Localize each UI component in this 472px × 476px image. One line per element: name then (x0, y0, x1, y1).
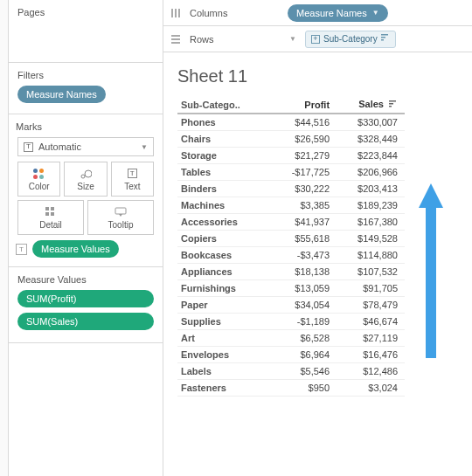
cell-sales: $223,844 (337, 147, 405, 163)
cell-profit: $6,528 (271, 329, 337, 346)
svg-rect-11 (171, 38, 180, 40)
cell-profit: $6,964 (271, 346, 337, 362)
cell-profit: -$3,473 (271, 246, 337, 263)
svg-rect-18 (389, 106, 392, 107)
table-row[interactable]: Tables-$17,725$206,966 (177, 163, 405, 180)
mark-tooltip-button[interactable]: Tooltip (87, 200, 154, 235)
filter-pill-measure-names[interactable]: Measure Names (17, 86, 106, 103)
mv-pill-profit[interactable]: SUM(Profit) (17, 290, 154, 307)
cell-sub-category: Bookcases (177, 246, 271, 263)
table-row[interactable]: Appliances$18,138$107,532 (177, 263, 405, 279)
table-row[interactable]: Supplies-$1,189$46,674 (177, 313, 405, 329)
header-sales[interactable]: Sales (337, 97, 405, 114)
cell-sub-category: Labels (177, 362, 271, 379)
table-row[interactable]: Art$6,528$27,119 (177, 329, 405, 346)
pages-card[interactable]: Pages (9, 0, 163, 63)
chevron-down-icon[interactable]: ▼ (288, 35, 298, 43)
cell-profit: $44,516 (271, 114, 337, 130)
mark-color-label: Color (29, 182, 50, 191)
svg-marker-19 (419, 183, 443, 358)
table-row[interactable]: Chairs$26,590$328,449 (177, 130, 405, 147)
table-row[interactable]: Paper$34,054$78,479 (177, 296, 405, 313)
table-row[interactable]: Binders$30,222$203,413 (177, 180, 405, 197)
table-row[interactable]: Machines$3,385$189,239 (177, 197, 405, 213)
mark-detail-label: Detail (39, 220, 62, 230)
cell-sales: $91,705 (337, 279, 405, 296)
columns-pill-label: Measure Names (296, 8, 367, 18)
mv-pill-sales-label: SUM(Sales) (26, 316, 78, 327)
mark-size-label: Size (77, 182, 94, 191)
cell-sales: $328,449 (337, 130, 405, 147)
table-row[interactable]: Storage$21,279$223,844 (177, 147, 405, 163)
detail-icon (45, 206, 56, 218)
cell-sub-category: Storage (177, 147, 271, 163)
measure-values-pill[interactable]: Measure Values (32, 240, 119, 258)
svg-rect-14 (381, 37, 385, 38)
cell-sales: $46,674 (337, 313, 405, 329)
mark-color-button[interactable]: Color (17, 162, 60, 197)
table-row[interactable]: Copiers$55,618$149,528 (177, 230, 405, 246)
svg-rect-13 (381, 34, 388, 36)
cell-profit: $26,590 (271, 130, 337, 147)
cell-profit: $21,279 (271, 147, 337, 163)
columns-icon (169, 8, 183, 18)
cell-profit: $55,618 (271, 230, 337, 246)
cell-sub-category: Art (177, 329, 271, 346)
table-row[interactable]: Fasteners$950$3,024 (177, 379, 405, 396)
mv-pill-sales[interactable]: SUM(Sales) (17, 313, 154, 330)
cell-profit: $41,937 (271, 213, 337, 230)
mark-detail-button[interactable]: Detail (17, 200, 84, 235)
table-row[interactable]: Bookcases-$3,473$114,880 (177, 246, 405, 263)
rows-field-label: Sub-Category (323, 34, 378, 44)
chevron-down-icon: ▼ (372, 9, 379, 17)
cell-sales: $12,486 (337, 362, 405, 379)
cell-profit: $18,138 (271, 263, 337, 279)
header-profit[interactable]: Profit (271, 97, 337, 114)
header-sub-category[interactable]: Sub-Catego.. (177, 97, 271, 114)
svg-rect-3 (51, 207, 54, 210)
mark-text-button[interactable]: T Text (111, 162, 154, 197)
cell-sub-category: Furnishings (177, 279, 271, 296)
cell-profit: $3,385 (271, 197, 337, 213)
measure-values-pill-label: Measure Values (41, 244, 110, 254)
table-row[interactable]: Labels$5,546$12,486 (177, 362, 405, 379)
header-sales-label: Sales (358, 99, 384, 109)
marks-select-label: Automatic (38, 141, 81, 152)
svg-point-0 (81, 175, 85, 178)
mv-title: Measure Values (17, 274, 154, 285)
svg-rect-9 (178, 9, 180, 17)
cell-profit: $34,054 (271, 296, 337, 313)
columns-shelf[interactable]: Columns Measure Names ▼ (163, 0, 472, 26)
expand-icon[interactable]: + (311, 35, 320, 44)
rows-shelf[interactable]: Rows ▼ + Sub-Category (163, 26, 472, 52)
mark-text-label: Text (124, 182, 140, 191)
cell-sales: $149,528 (337, 230, 405, 246)
measure-values-card[interactable]: Measure Values SUM(Profit) SUM(Sales) (9, 267, 163, 343)
table-row[interactable]: Furnishings$13,059$91,705 (177, 279, 405, 296)
table-body: Phones$44,516$330,007Chairs$26,590$328,4… (177, 114, 405, 396)
rows-label: Rows (190, 34, 281, 45)
mark-size-button[interactable]: Size (64, 162, 107, 197)
cell-sub-category: Chairs (177, 130, 271, 147)
sort-desc-icon (381, 34, 390, 45)
columns-pill-measure-names[interactable]: Measure Names ▼ (288, 4, 388, 22)
pages-title: Pages (17, 7, 154, 17)
cell-profit: $950 (271, 379, 337, 396)
table-header-row: Sub-Catego.. Profit Sales (177, 97, 405, 114)
columns-label: Columns (190, 8, 281, 18)
svg-rect-7 (171, 9, 173, 17)
cell-sub-category: Phones (177, 114, 271, 130)
rows-field-sub-category[interactable]: + Sub-Category (305, 31, 396, 48)
sheet-title[interactable]: Sheet 11 (177, 66, 458, 86)
table-row[interactable]: Envelopes$6,964$16,476 (177, 346, 405, 362)
table-row[interactable]: Accessories$41,937$167,380 (177, 213, 405, 230)
mv-pill-profit-label: SUM(Profit) (26, 293, 76, 304)
filters-card[interactable]: Filters Measure Names (9, 63, 163, 114)
svg-rect-6 (115, 208, 126, 214)
sheet-area: Sheet 11 Sub-Catego.. Profit Sales (163, 52, 472, 476)
marks-type-select[interactable]: T Automatic ▼ (17, 137, 154, 156)
cell-sales: $78,479 (337, 296, 405, 313)
marks-text-shelf[interactable]: T Measure Values (16, 240, 156, 258)
cell-sales: $189,239 (337, 197, 405, 213)
table-row[interactable]: Phones$44,516$330,007 (177, 114, 405, 130)
